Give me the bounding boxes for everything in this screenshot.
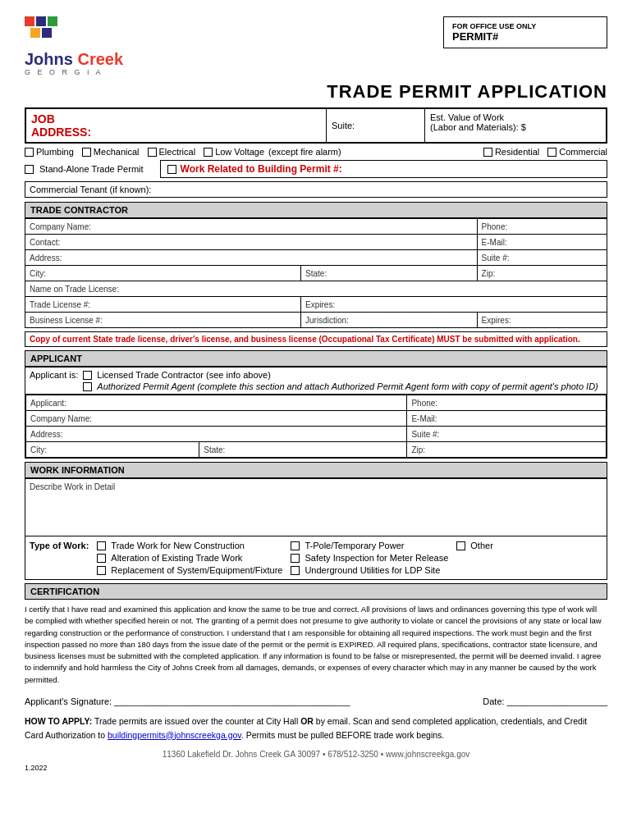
applicant-is-row: Applicant is: Licensed Trade Contractor … [25, 368, 607, 395]
address-label: ADDRESS: [31, 126, 91, 139]
type3-checkbox[interactable]: Replacement of System/Equipment/Fixture [97, 565, 282, 575]
type3-check[interactable] [97, 566, 106, 575]
email-cell: E-Mail: [477, 235, 607, 250]
type6-check[interactable] [291, 566, 300, 575]
phone-cell: Phone: [477, 219, 607, 235]
svg-rect-0 [25, 16, 34, 26]
certification-header: CERTIFICATION [25, 583, 607, 600]
type4-check[interactable] [291, 541, 300, 550]
type7-label: Other [470, 541, 493, 550]
footer-website: www.johnscreekga.gov [386, 750, 469, 759]
stand-alone-check-box[interactable] [25, 165, 34, 174]
state-cell: State: [301, 266, 478, 281]
commercial-tenant-field: Commercial Tenant (if known): [25, 181, 607, 198]
type3-label: Replacement of System/Equipment/Fixture [111, 565, 282, 575]
svg-rect-2 [48, 16, 57, 26]
plumbing-check-box[interactable] [25, 148, 34, 157]
residential-checkbox[interactable]: Residential [483, 147, 539, 157]
trade-license-cell: Trade License #: [25, 297, 301, 313]
contact-label: Contact: [30, 238, 60, 247]
applicant-address-label: Address: [30, 430, 62, 439]
certification-text: I certify that I have read and examined … [25, 600, 607, 690]
company-name-label: Company Name: [30, 222, 91, 231]
zip-cell: Zip: [477, 266, 607, 281]
type4-checkbox[interactable]: T-Pole/Temporary Power [291, 541, 448, 550]
type6-checkbox[interactable]: Underground Utilities for LDP Site [291, 565, 448, 575]
work-related-check-box[interactable] [167, 165, 176, 174]
jurisdiction-label: Jurisdiction: [305, 316, 349, 325]
footer: 11360 Lakefield Dr. Johns Creek GA 30097… [25, 750, 607, 759]
applicant-email-cell: E-Mail: [407, 411, 607, 427]
plumbing-checkbox[interactable]: Plumbing [25, 147, 74, 157]
work-info-header: WORK INFORMATION [25, 462, 607, 478]
how-to-apply-email[interactable]: buildingpermits@johnscreekga.gov [108, 730, 241, 740]
type5-check[interactable] [291, 554, 300, 563]
version: 1.2022 [25, 764, 607, 772]
applicant-phone-label: Phone: [411, 399, 437, 408]
type2-check[interactable] [97, 554, 106, 563]
type2-checkbox[interactable]: Alteration of Existing Trade Work [97, 553, 282, 563]
applicant-state-label: State: [204, 445, 225, 454]
electrical-check-box[interactable] [148, 148, 157, 157]
type5-checkbox[interactable]: Safety Inspection for Meter Release [291, 553, 448, 563]
date-label: Date: [483, 696, 506, 706]
type4-label: T-Pole/Temporary Power [305, 541, 404, 550]
type6-label: Underground Utilities for LDP Site [305, 565, 440, 575]
residential-check-box[interactable] [483, 148, 492, 157]
applicant-table: Applicant: Phone: Company Name: E-Mail: … [25, 395, 607, 458]
electrical-checkbox[interactable]: Electrical [148, 147, 196, 157]
commercial-check-box[interactable] [547, 148, 556, 157]
describe-work-area[interactable]: Describe Work in Detail [25, 478, 607, 536]
applicant-zip-cell: Zip: [407, 442, 607, 458]
electrical-label: Electrical [159, 147, 196, 157]
jurisdiction-cell: Jurisdiction: [301, 313, 478, 328]
residential-label: Residential [495, 147, 539, 157]
svg-rect-1 [36, 16, 46, 26]
low-voltage-checkbox[interactable]: Low Voltage (except fire alarm) [204, 147, 341, 157]
address-label: Address: [30, 253, 62, 262]
low-voltage-check-box[interactable] [204, 148, 213, 157]
est-value-cell: Est. Value of Work (Labor and Materials)… [425, 109, 606, 142]
trade-license-label: Trade License #: [30, 300, 90, 309]
low-voltage-note: (except fire alarm) [268, 147, 341, 157]
licensed-contractor-label: Licensed Trade Contractor (see info abov… [97, 370, 271, 380]
applicant-options: Licensed Trade Contractor (see info abov… [83, 370, 598, 391]
signature-area: Applicant's Signature: _________________… [25, 696, 350, 706]
authorized-agent-option[interactable]: Authorized Permit Agent (complete this s… [83, 381, 598, 391]
type7-check[interactable] [456, 541, 465, 550]
how-to-apply-bold: HOW TO APPLY: [25, 716, 92, 726]
contact-cell: Contact: [25, 235, 478, 250]
city-label: City: [30, 269, 46, 278]
mechanical-checkbox[interactable]: Mechanical [82, 147, 140, 157]
authorized-agent-check[interactable] [83, 382, 92, 391]
stand-alone-label: Stand-Alone Trade Permit [39, 164, 144, 174]
signature-label: Applicant's Signature: [25, 696, 114, 706]
company-name-cell: Company Name: [25, 219, 478, 235]
licensed-contractor-check[interactable] [83, 371, 92, 380]
business-license-label: Business License #: [30, 316, 103, 325]
date-line: ____________________ [507, 696, 607, 706]
type7-checkbox[interactable]: Other [456, 541, 493, 550]
suite-label2: Suite #: [482, 253, 510, 262]
logo: Johns Creek G E O R G I A [25, 16, 123, 76]
applicant-address-cell: Address: [26, 427, 407, 442]
city-cell: City: [25, 266, 301, 281]
mechanical-check-box[interactable] [82, 148, 91, 157]
applicant-zip-label: Zip: [411, 445, 425, 454]
business-license-cell: Business License #: [25, 313, 301, 328]
applicant-city-cell: City: [26, 442, 199, 458]
commercial-checkbox[interactable]: Commercial [547, 147, 607, 157]
type1-check[interactable] [97, 541, 106, 550]
how-to-apply-text: Trade permits are issued over the counte… [92, 716, 300, 726]
applicant-company-cell: Company Name: [26, 411, 407, 427]
logo-creek: Creek [73, 50, 123, 68]
footer-address: 11360 Lakefield Dr. Johns Creek GA 30097 [163, 750, 320, 759]
phone-label: Phone: [482, 222, 508, 231]
trade-contractor-table: Company Name: Phone: Contact: E-Mail: Ad… [25, 218, 607, 328]
licensed-contractor-option[interactable]: Licensed Trade Contractor (see info abov… [83, 370, 598, 380]
applicant-city-label: City: [30, 445, 47, 454]
suite-cell2: Suite #: [477, 250, 607, 266]
permit-type-row: Plumbing Mechanical Electrical Low Volta… [25, 147, 607, 157]
type1-checkbox[interactable]: Trade Work for New Construction [97, 541, 282, 550]
suite-cell: Suite: [327, 109, 425, 142]
